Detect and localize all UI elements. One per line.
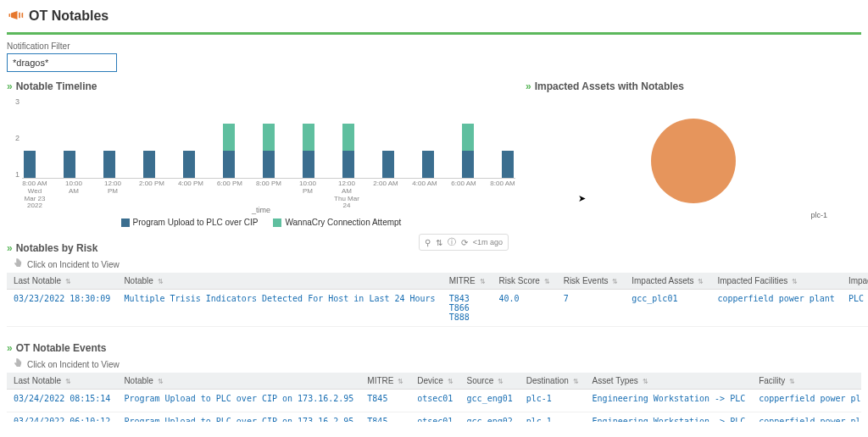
notable-timeline-chart[interactable]: 321 8:00 AMWed Mar 23202210:00 AM12:00 P… (7, 97, 515, 199)
risk-hint: Click on Incident to View (12, 257, 861, 271)
panel-title-events: » OT Notable Events (7, 342, 861, 354)
bar[interactable] (342, 124, 354, 178)
column-header[interactable]: Destination ⇅ (520, 373, 586, 390)
table-row[interactable]: 03/24/2022 08:15:14Program Upload to PLC… (7, 390, 861, 412)
chart-toolbar: ⚲ ⇅ ⓘ ⟳ <1m ago (419, 234, 509, 251)
column-header[interactable]: Risk Score ⇅ (492, 273, 557, 290)
chart-age: <1m ago (473, 238, 503, 246)
column-header[interactable]: Notable ⇅ (117, 373, 360, 390)
refresh-icon[interactable]: ⟳ (461, 238, 468, 247)
header-rule (7, 32, 861, 35)
pointer-icon (12, 257, 24, 271)
bar[interactable] (103, 151, 115, 178)
legend-item-b[interactable]: WannaCry Connection Attempt (273, 218, 401, 227)
bar[interactable] (24, 151, 36, 178)
column-header[interactable]: Notable ⇅ (117, 273, 442, 290)
column-header[interactable]: Impacted Assets ⇅ (625, 273, 710, 290)
column-header[interactable]: Impacted Asset Types ⇅ (842, 273, 868, 290)
column-header[interactable]: Asset Types ⇅ (586, 373, 753, 390)
bar[interactable] (502, 151, 514, 178)
chevron-double-icon: » (526, 80, 531, 92)
pointer-icon (12, 357, 24, 371)
bar[interactable] (143, 151, 155, 178)
pie-slice (651, 119, 736, 203)
bar[interactable] (382, 151, 394, 178)
events-hint: Click on Incident to View (12, 357, 861, 371)
bar[interactable] (64, 151, 75, 178)
filter-block: Notification Filter (7, 41, 861, 72)
bar[interactable] (422, 151, 434, 178)
chart-x-label: _time (7, 206, 515, 214)
events-table: Last Notable ⇅Notable ⇅MITRE ⇅Device ⇅So… (7, 373, 861, 422)
column-header[interactable]: Facility ⇅ (752, 373, 861, 390)
table-row[interactable]: 03/24/2022 06:10:12Program Upload to PLC… (7, 412, 861, 423)
chart-x-axis: 8:00 AMWed Mar 23202210:00 AM12:00 PM2:0… (22, 179, 515, 199)
column-header[interactable]: Device ⇅ (410, 373, 459, 390)
chart-legend: Program Upload to PLC over CIP WannaCry … (7, 218, 515, 227)
page-header: OT Notables (7, 3, 861, 29)
info-icon[interactable]: ⓘ (448, 236, 456, 248)
bar[interactable] (263, 124, 275, 178)
pan-icon[interactable]: ⇅ (436, 238, 442, 247)
section-events: » OT Notable Events Click on Incident to… (7, 342, 861, 422)
chart-bars (22, 97, 515, 178)
notification-filter-input[interactable] (7, 53, 117, 72)
column-header[interactable]: MITRE ⇅ (442, 273, 492, 290)
cursor-icon: ➤ (578, 193, 586, 204)
column-header[interactable]: Last Notable ⇅ (7, 373, 117, 390)
column-header[interactable]: Impacted Facilities ⇅ (710, 273, 841, 290)
chart-y-axis: 321 (7, 97, 22, 179)
pie-slice-label: plc-1 (810, 211, 827, 219)
risk-table: Last Notable ⇅Notable ⇅MITRE ⇅Risk Score… (7, 273, 868, 327)
column-header[interactable]: Risk Events ⇅ (557, 273, 626, 290)
section-risk: » Notables by Risk Click on Incident to … (7, 242, 861, 327)
panel-title-timeline: » Notable Timeline (7, 80, 515, 92)
panel-impacted: » Impacted Assets with Notables plc-1 (526, 80, 861, 227)
bar[interactable] (183, 151, 195, 178)
page-title: OT Notables (29, 8, 108, 24)
zoom-icon[interactable]: ⚲ (425, 238, 431, 247)
column-header[interactable]: Source ⇅ (460, 373, 520, 390)
filter-label: Notification Filter (7, 41, 861, 51)
bar[interactable] (223, 124, 235, 178)
legend-item-a[interactable]: Program Upload to PLC over CIP (121, 218, 259, 227)
panel-timeline: » Notable Timeline 321 8:00 AMWed Mar 23… (7, 80, 515, 227)
bar[interactable] (303, 124, 314, 178)
panel-title-impacted: » Impacted Assets with Notables (526, 80, 861, 92)
column-header[interactable]: Last Notable ⇅ (7, 273, 117, 290)
chevron-double-icon: » (7, 242, 13, 254)
chevron-double-icon: » (7, 80, 13, 92)
megaphone-icon (7, 7, 24, 25)
impacted-pie-chart[interactable]: plc-1 (526, 97, 861, 224)
table-row[interactable]: 03/23/2022 18:30:09 Multiple Trisis Indi… (7, 290, 868, 327)
bar[interactable] (462, 124, 474, 178)
column-header[interactable]: MITRE ⇅ (360, 373, 410, 390)
chevron-double-icon: » (7, 342, 13, 354)
